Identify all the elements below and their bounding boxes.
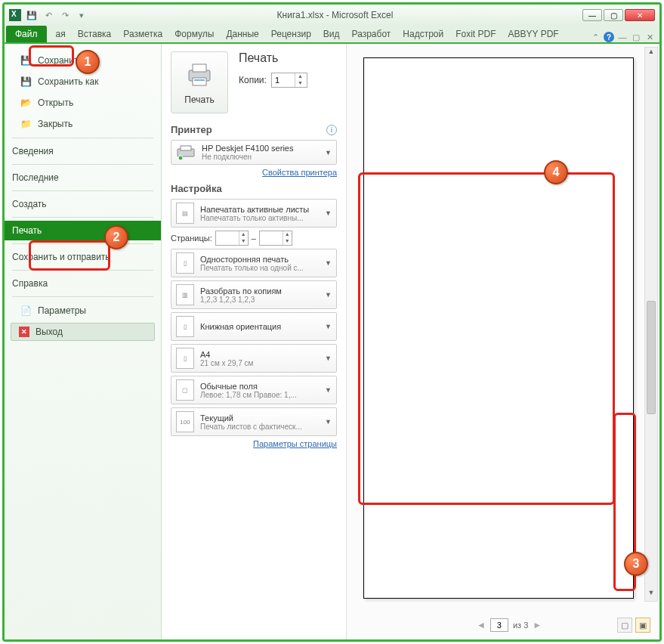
opt-paper[interactable]: ▯ A421 см x 29,7 см ▼: [171, 344, 337, 373]
spinner-up-icon[interactable]: ▲: [239, 231, 248, 238]
nav-print-label: Печать: [12, 225, 42, 236]
excel-icon: [9, 9, 21, 21]
ribbon-minimize-icon[interactable]: ⌃: [590, 32, 601, 42]
scroll-up-icon[interactable]: ▲: [645, 48, 657, 60]
pages-to-input[interactable]: [260, 234, 283, 243]
nav-sendshare-label: Сохранить и отправить: [12, 252, 110, 262]
print-button-label: Печать: [184, 94, 214, 105]
nav-options[interactable]: 📄Параметры: [5, 300, 161, 321]
page-setup-link[interactable]: Параметры страницы: [253, 439, 337, 448]
nav-separator: [12, 164, 153, 165]
nav-saveas[interactable]: 💾Сохранить как: [5, 71, 161, 92]
nav-sendshare[interactable]: Сохранить и отправить: [5, 247, 161, 267]
opt-active-title: Напечатать активные листы: [200, 205, 319, 214]
page-prev-button[interactable]: ◄: [477, 620, 486, 630]
opt-scale-title: Текущий: [200, 413, 319, 423]
title-bar: 💾 ↶ ↷ ▾ Книга1.xlsx - Microsoft Excel — …: [5, 5, 659, 26]
copies-input[interactable]: [272, 76, 295, 85]
pages-sep: –: [252, 234, 256, 243]
pages-from-spinner[interactable]: ▲▼: [215, 231, 249, 246]
nav-new[interactable]: Создать: [5, 194, 161, 214]
scroll-thumb[interactable]: [647, 301, 656, 414]
tab-formulas[interactable]: Формулы: [168, 26, 220, 42]
close-button[interactable]: ✕: [625, 9, 655, 21]
pages-to-spinner[interactable]: ▲▼: [259, 231, 292, 246]
copies-spinner[interactable]: ▲▼: [271, 73, 307, 88]
qat-save-icon[interactable]: 💾: [26, 9, 38, 21]
print-settings-panel: Печать Печать Копии: ▲▼ Принтер i: [162, 44, 346, 639]
printer-icon: [184, 60, 215, 90]
qat-undo-icon[interactable]: ↶: [42, 9, 54, 21]
show-margins-button[interactable]: ▢: [617, 618, 632, 633]
help-icon[interactable]: ?: [604, 32, 614, 42]
page-current-input[interactable]: [490, 618, 508, 632]
opt-oneside-sub: Печатать только на одной с...: [200, 264, 319, 272]
opt-margins[interactable]: ▢ Обычные поляЛевое: 1,78 см Правое: 1,.…: [171, 376, 337, 404]
qat-more-icon[interactable]: ▾: [76, 9, 88, 21]
pages-from-input[interactable]: [216, 234, 239, 243]
opt-paper-title: A4: [200, 350, 319, 359]
nav-exit-label: Выход: [36, 327, 63, 337]
nav-exit[interactable]: ✕Выход: [11, 323, 155, 341]
printer-dropdown[interactable]: HP Deskjet F4100 series Не подключен ▼: [171, 140, 337, 165]
collate-icon: ▥: [176, 284, 194, 305]
tab-layout[interactable]: Разметка: [117, 26, 168, 42]
tab-foxit[interactable]: Foxit PDF: [449, 26, 502, 42]
opt-collate-title: Разобрать по копиям: [200, 286, 319, 296]
page-next-button[interactable]: ►: [533, 620, 542, 630]
chevron-down-icon: ▼: [325, 355, 332, 362]
opt-print-what[interactable]: ▤ Напечатать активные листыНапечатать то…: [171, 199, 337, 228]
nav-open[interactable]: 📂Открыть: [5, 92, 161, 113]
wb-close-icon[interactable]: ✕: [644, 32, 655, 42]
zoom-to-page-button[interactable]: ▣: [635, 618, 650, 633]
opt-orientation[interactable]: ▯ Книжная ориентация ▼: [171, 312, 337, 341]
nav-print[interactable]: Печать: [5, 221, 161, 240]
qat-redo-icon[interactable]: ↷: [59, 9, 71, 21]
spinner-down-icon[interactable]: ▼: [295, 80, 305, 87]
wb-restore-icon[interactable]: ▢: [631, 32, 641, 42]
scroll-down-icon[interactable]: ▼: [645, 589, 657, 601]
tab-insert[interactable]: Вставка: [72, 26, 118, 42]
opt-oneside[interactable]: ▯ Односторонняя печатьПечатать только на…: [171, 249, 337, 277]
minimize-button[interactable]: —: [582, 9, 602, 21]
saveas-icon: 💾: [20, 76, 32, 88]
nav-help[interactable]: Справка: [5, 274, 161, 293]
print-heading: Печать: [239, 51, 307, 65]
maximize-button[interactable]: ▢: [604, 9, 623, 21]
print-button[interactable]: Печать: [171, 51, 228, 113]
opt-collate-sub: 1,2,3 1,2,3 1,2,3: [200, 296, 319, 304]
spinner-down-icon[interactable]: ▼: [239, 238, 248, 245]
paper-icon: ▯: [176, 348, 194, 369]
sheets-icon: ▤: [176, 203, 194, 224]
printer-info-icon[interactable]: i: [326, 125, 337, 135]
opt-scale[interactable]: 100 ТекущийПечать листов с фактическ... …: [171, 407, 337, 436]
spinner-up-icon[interactable]: ▲: [283, 231, 292, 238]
nav-recent[interactable]: Последние: [5, 168, 161, 187]
nav-close[interactable]: 📁Закрыть: [5, 113, 161, 135]
svg-point-6: [178, 156, 183, 160]
spinner-up-icon[interactable]: ▲: [295, 73, 305, 80]
nav-separator: [12, 243, 153, 244]
tab-abbyy[interactable]: ABBYY PDF: [502, 26, 565, 42]
close-folder-icon: 📁: [20, 118, 32, 130]
spinner-down-icon[interactable]: ▼: [283, 238, 292, 245]
tab-review[interactable]: Рецензир: [265, 26, 317, 42]
printer-properties-link[interactable]: Свойства принтера: [262, 168, 337, 177]
tab-home-partial[interactable]: ая: [50, 26, 72, 42]
tab-addins[interactable]: Надстрой: [397, 26, 449, 42]
chevron-down-icon: ▼: [325, 323, 332, 330]
nav-info[interactable]: Сведения: [5, 141, 161, 161]
portrait-icon: ▯: [176, 316, 194, 337]
wb-minimize-icon[interactable]: —: [617, 32, 628, 42]
preview-page: [363, 57, 634, 599]
tab-developer[interactable]: Разработ: [346, 26, 397, 42]
nav-save[interactable]: 💾Сохранить: [5, 50, 161, 71]
opt-collate[interactable]: ▥ Разобрать по копиям1,2,3 1,2,3 1,2,3 ▼: [171, 280, 337, 309]
chevron-down-icon: ▼: [325, 209, 332, 217]
preview-scrollbar[interactable]: ▲ ▼: [644, 47, 658, 602]
svg-rect-1: [193, 64, 206, 72]
tab-data[interactable]: Данные: [220, 26, 264, 42]
nav-recent-label: Последние: [12, 172, 59, 183]
tab-file[interactable]: Файл: [6, 26, 47, 42]
tab-view[interactable]: Вид: [317, 26, 346, 42]
